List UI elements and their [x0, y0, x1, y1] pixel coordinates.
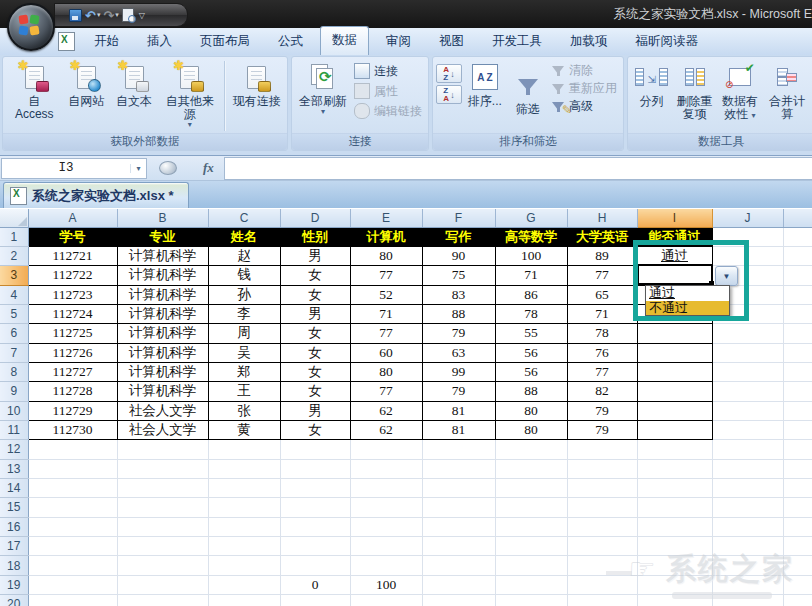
select-all-corner[interactable] — [0, 209, 28, 227]
row-header-1[interactable]: 1 — [0, 227, 28, 246]
cell-H5[interactable]: 71 — [567, 304, 637, 323]
cell-G6[interactable]: 55 — [495, 324, 567, 343]
cell-C18[interactable] — [208, 556, 280, 575]
cell-D13[interactable] — [280, 459, 350, 478]
cell-E12[interactable] — [350, 440, 422, 459]
cell-D14[interactable] — [280, 478, 350, 497]
formula-input[interactable] — [224, 157, 812, 180]
cell-C13[interactable] — [208, 459, 280, 478]
cell-J14[interactable] — [712, 478, 783, 497]
print-preview-icon[interactable] — [122, 8, 134, 22]
cell-H16[interactable] — [567, 517, 637, 536]
cell-A1[interactable]: 学号 — [28, 227, 117, 246]
tab-home[interactable]: 开始 — [83, 28, 130, 55]
advanced-filter-button[interactable]: ✎ 高级 — [548, 97, 620, 115]
cell-D15[interactable] — [280, 498, 350, 517]
cell-D10[interactable]: 男 — [280, 401, 350, 420]
cell-K3[interactable] — [783, 266, 812, 285]
cell-C4[interactable]: 孙 — [208, 285, 280, 304]
row-header-19[interactable]: 19 — [0, 575, 28, 594]
cell-A6[interactable]: 112725 — [28, 324, 117, 343]
cell-A15[interactable] — [28, 498, 117, 517]
cell-C14[interactable] — [208, 478, 280, 497]
cell-G11[interactable]: 80 — [495, 420, 567, 439]
cell-A3[interactable]: 112722 — [28, 266, 117, 285]
cell-F4[interactable]: 83 — [422, 285, 495, 304]
cell-A10[interactable]: 112729 — [28, 401, 117, 420]
cell-D5[interactable]: 男 — [280, 304, 350, 323]
cell-F18[interactable] — [422, 556, 495, 575]
cell-A5[interactable]: 112724 — [28, 304, 117, 323]
cell-G10[interactable]: 80 — [495, 401, 567, 420]
row-header-9[interactable]: 9 — [0, 382, 28, 401]
cell-D4[interactable]: 女 — [280, 285, 350, 304]
cell-E3[interactable]: 77 — [350, 266, 422, 285]
cell-I8[interactable] — [637, 362, 712, 381]
cell-D2[interactable]: 男 — [280, 246, 350, 265]
data-validation-button[interactable]: 数据有效性 ▾ — [717, 59, 763, 133]
row-header-12[interactable]: 12 — [0, 440, 28, 459]
cell-J11[interactable] — [712, 420, 783, 439]
cell-H13[interactable] — [567, 459, 637, 478]
cell-G1[interactable]: 高等数学 — [495, 227, 567, 246]
cell-B4[interactable]: 计算机科学 — [117, 285, 208, 304]
cell-J16[interactable] — [712, 517, 783, 536]
column-header-partial[interactable] — [783, 209, 812, 227]
cell-E1[interactable]: 计算机 — [350, 227, 422, 246]
cell-F8[interactable]: 99 — [422, 362, 495, 381]
cell-G2[interactable]: 100 — [495, 246, 567, 265]
cell-H9[interactable]: 82 — [567, 382, 637, 401]
name-box[interactable]: I3 ▾ — [1, 158, 147, 179]
cell-H17[interactable] — [567, 537, 637, 556]
cell-G16[interactable] — [495, 517, 567, 536]
cell-B17[interactable] — [117, 537, 208, 556]
cell-I9[interactable] — [637, 382, 712, 401]
column-header-G[interactable]: G — [495, 209, 567, 227]
cell-E5[interactable]: 71 — [350, 304, 422, 323]
cell-G15[interactable] — [495, 498, 567, 517]
row-header-15[interactable]: 15 — [0, 498, 28, 517]
cell-B7[interactable]: 计算机科学 — [117, 343, 208, 362]
cell-F19[interactable] — [422, 575, 495, 594]
row-header-20[interactable]: 20 — [0, 595, 28, 606]
sort-button[interactable]: A Z 排序... — [462, 59, 508, 133]
redo-icon[interactable]: ↷▾ — [103, 8, 118, 23]
reapply-button[interactable]: 重新应用 — [548, 79, 620, 97]
cell-H15[interactable] — [567, 498, 637, 517]
cell-I14[interactable] — [637, 478, 712, 497]
cell-B5[interactable]: 计算机科学 — [117, 304, 208, 323]
cell-B6[interactable]: 计算机科学 — [117, 324, 208, 343]
tab-foxit[interactable]: 福昕阅读器 — [625, 28, 710, 55]
cell-K20[interactable] — [783, 595, 812, 606]
cell-F20[interactable] — [422, 595, 495, 606]
refresh-all-button[interactable]: ⟳ 全部刷新 ▾ — [295, 59, 351, 133]
cell-K10[interactable] — [783, 401, 812, 420]
from-access-button[interactable]: ✱ 自 Access — [6, 59, 62, 133]
tab-formulas[interactable]: 公式 — [267, 28, 314, 55]
cell-C6[interactable]: 周 — [208, 324, 280, 343]
cell-A18[interactable] — [28, 556, 117, 575]
cell-K5[interactable] — [783, 304, 812, 323]
cell-B2[interactable]: 计算机科学 — [117, 246, 208, 265]
cell-E18[interactable] — [350, 556, 422, 575]
cell-K12[interactable] — [783, 440, 812, 459]
cell-F11[interactable]: 81 — [422, 420, 495, 439]
tab-view[interactable]: 视图 — [428, 28, 475, 55]
cell-D16[interactable] — [280, 517, 350, 536]
cell-E10[interactable]: 62 — [350, 401, 422, 420]
cell-C10[interactable]: 张 — [208, 401, 280, 420]
column-header-D[interactable]: D — [280, 209, 350, 227]
column-header-A[interactable]: A — [28, 209, 117, 227]
cell-F10[interactable]: 81 — [422, 401, 495, 420]
cell-H8[interactable]: 77 — [567, 362, 637, 381]
cell-H3[interactable]: 77 — [567, 266, 637, 285]
cell-A12[interactable] — [28, 440, 117, 459]
cell-E14[interactable] — [350, 478, 422, 497]
column-header-C[interactable]: C — [208, 209, 280, 227]
row-header-18[interactable]: 18 — [0, 556, 28, 575]
connections-button[interactable]: 连接 — [351, 61, 425, 81]
cell-B10[interactable]: 社会人文学 — [117, 401, 208, 420]
consolidate-button[interactable]: 合并计算 — [763, 59, 811, 133]
cell-J8[interactable] — [712, 362, 783, 381]
formula-bar-handle[interactable] — [159, 161, 177, 175]
